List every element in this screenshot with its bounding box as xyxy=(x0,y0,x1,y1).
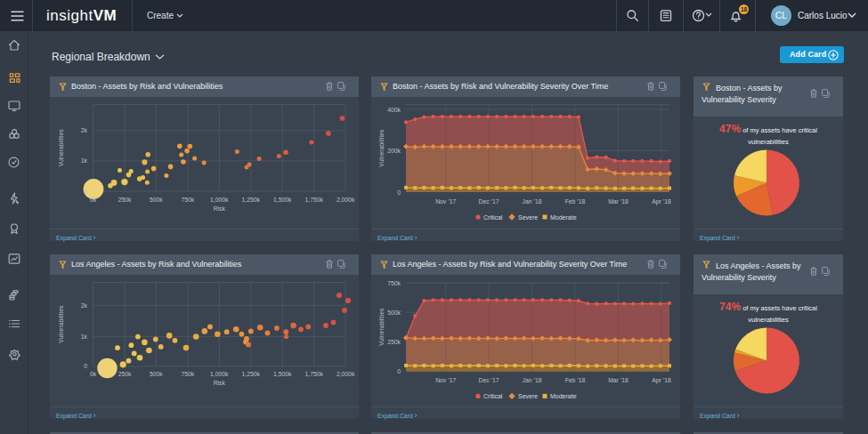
svg-text:500k: 500k xyxy=(150,371,163,377)
svg-text:2k: 2k xyxy=(81,302,88,309)
svg-text:1,750k: 1,750k xyxy=(304,197,323,203)
svg-text:Nov ’17: Nov ’17 xyxy=(435,377,456,383)
svg-text:Vulnerabilities: Vulnerabilities xyxy=(378,308,385,346)
svg-text:1,750k: 1,750k xyxy=(304,371,323,377)
svg-text:750k: 750k xyxy=(182,197,195,203)
svg-text:750k: 750k xyxy=(182,371,195,377)
svg-text:Jan ’18: Jan ’18 xyxy=(523,377,542,383)
svg-text:1k: 1k xyxy=(81,334,88,340)
svg-text:500k: 500k xyxy=(150,197,163,203)
svg-text:Apr ’18: Apr ’18 xyxy=(652,377,671,384)
svg-text:Jan ’18: Jan ’18 xyxy=(523,198,542,205)
svg-text:Mar ’18: Mar ’18 xyxy=(608,377,629,383)
svg-text:1,500k: 1,500k xyxy=(273,197,292,203)
svg-text:Vulnerabilities: Vulnerabilities xyxy=(378,129,385,167)
svg-text:0: 0 xyxy=(84,189,87,195)
svg-text:Dec ’17: Dec ’17 xyxy=(478,377,499,383)
svg-text:Vulnerabilities: Vulnerabilities xyxy=(58,305,64,343)
svg-text:2,000k: 2,000k xyxy=(337,371,355,377)
svg-text:Critical: Critical xyxy=(483,393,503,399)
svg-text:Critical: Critical xyxy=(483,214,503,221)
svg-text:Moderate: Moderate xyxy=(550,214,577,221)
svg-text:Vulnerabilities: Vulnerabilities xyxy=(58,129,64,167)
svg-text:0k: 0k xyxy=(90,197,97,203)
svg-text:Severe: Severe xyxy=(518,393,538,399)
svg-text:Apr ’18: Apr ’18 xyxy=(652,198,671,205)
svg-text:0: 0 xyxy=(84,363,87,369)
svg-text:750k: 750k xyxy=(387,280,401,286)
svg-text:1,250k: 1,250k xyxy=(242,197,261,203)
svg-text:250k: 250k xyxy=(118,197,132,203)
svg-text:2,000k: 2,000k xyxy=(337,197,355,203)
svg-text:Risk: Risk xyxy=(214,205,226,212)
svg-text:1,250k: 1,250k xyxy=(242,371,261,377)
svg-text:1,500k: 1,500k xyxy=(273,371,292,377)
svg-text:2k: 2k xyxy=(81,127,88,133)
svg-text:0: 0 xyxy=(397,189,401,196)
svg-text:Feb ’18: Feb ’18 xyxy=(565,377,586,383)
svg-text:0: 0 xyxy=(397,368,401,374)
svg-text:1k: 1k xyxy=(81,157,88,164)
svg-text:200k: 200k xyxy=(387,148,401,154)
svg-text:Dec ’17: Dec ’17 xyxy=(478,198,499,205)
svg-text:Mar ’18: Mar ’18 xyxy=(608,198,629,205)
svg-text:1,000k: 1,000k xyxy=(210,197,229,203)
svg-text:1,000k: 1,000k xyxy=(210,371,229,377)
svg-text:Moderate: Moderate xyxy=(550,393,577,399)
svg-text:0k: 0k xyxy=(90,371,97,377)
svg-text:500k: 500k xyxy=(387,309,401,316)
svg-text:250k: 250k xyxy=(387,339,401,345)
svg-text:400k: 400k xyxy=(387,107,401,113)
svg-text:Feb ’18: Feb ’18 xyxy=(565,198,586,205)
svg-text:Risk: Risk xyxy=(214,380,226,386)
svg-text:Severe: Severe xyxy=(518,214,538,221)
svg-text:250k: 250k xyxy=(118,371,132,377)
svg-text:Nov ’17: Nov ’17 xyxy=(435,198,456,205)
